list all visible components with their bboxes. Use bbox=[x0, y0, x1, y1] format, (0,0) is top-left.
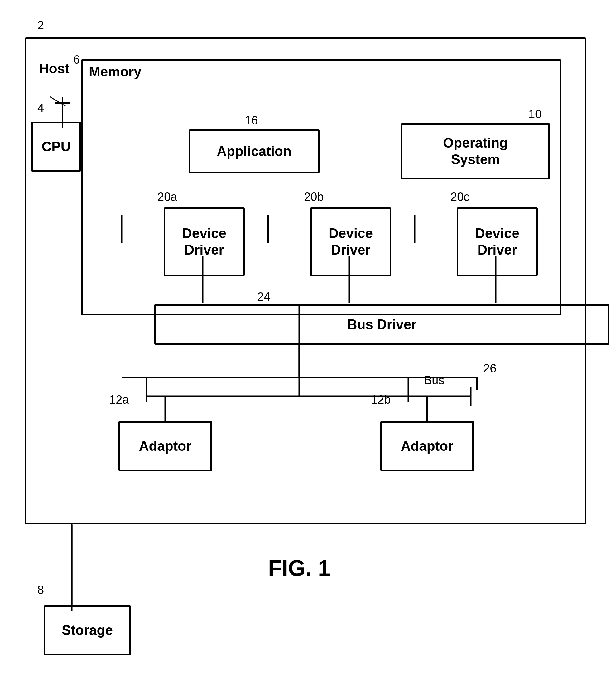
cpu-box: CPU bbox=[31, 122, 81, 172]
os-box: OperatingSystem bbox=[401, 123, 550, 179]
driver-3-text: DeviceDriver bbox=[475, 225, 519, 258]
adaptor-1-text: Adaptor bbox=[139, 438, 192, 455]
device-driver-1: DeviceDriver bbox=[164, 207, 245, 276]
bus-driver-text: Bus Driver bbox=[347, 316, 417, 333]
storage-text: Storage bbox=[62, 622, 113, 638]
adaptor-2-text: Adaptor bbox=[401, 438, 454, 455]
ref-16: 16 bbox=[245, 114, 258, 127]
ref-20a: 20a bbox=[158, 190, 177, 204]
ref-8: 8 bbox=[37, 583, 44, 597]
ref-4: 4 bbox=[37, 101, 44, 115]
driver-1-text: DeviceDriver bbox=[182, 225, 226, 258]
bus-driver-box: Bus Driver bbox=[154, 304, 610, 345]
device-driver-2: DeviceDriver bbox=[310, 207, 391, 276]
ref-24: 24 bbox=[257, 290, 270, 303]
figure-label: FIG. 1 bbox=[268, 555, 330, 581]
adaptor-1-box: Adaptor bbox=[118, 421, 212, 471]
ref-10: 10 bbox=[529, 108, 541, 121]
device-driver-3: DeviceDriver bbox=[457, 207, 538, 276]
storage-box: Storage bbox=[44, 605, 131, 655]
bus-label: Bus bbox=[424, 374, 444, 387]
driver-2-text: DeviceDriver bbox=[328, 225, 373, 258]
application-box: Application bbox=[189, 129, 320, 173]
os-text: OperatingSystem bbox=[443, 135, 508, 168]
cpu-text: CPU bbox=[42, 139, 71, 155]
adaptor-2-box: Adaptor bbox=[380, 421, 474, 471]
host-label: Host bbox=[39, 61, 69, 76]
ref-2: 2 bbox=[37, 19, 44, 32]
memory-label: Memory bbox=[89, 64, 142, 80]
ref-20b: 20b bbox=[304, 190, 324, 204]
ref-20c: 20c bbox=[451, 190, 469, 204]
ref-6: 6 bbox=[73, 53, 80, 66]
ref-26: 26 bbox=[483, 362, 496, 375]
application-text: Application bbox=[217, 143, 291, 160]
ref-12a: 12a bbox=[109, 393, 129, 407]
memory-box: Memory 16 Application 10 OperatingSystem… bbox=[81, 59, 561, 315]
ref-12b: 12b bbox=[371, 393, 391, 407]
